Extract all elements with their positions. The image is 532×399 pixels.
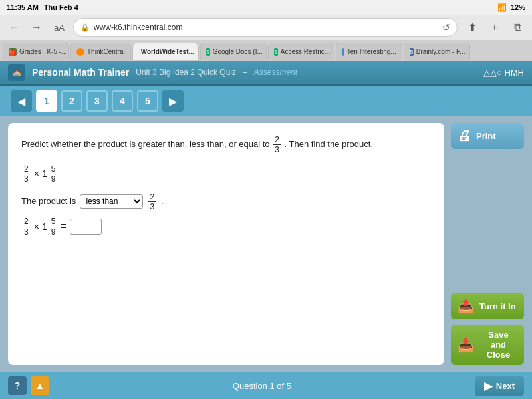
question-counter: Question 1 of 5 <box>233 381 291 391</box>
target-fraction-numerator: 2 <box>273 135 281 145</box>
question-3-button[interactable]: 3 <box>86 90 108 112</box>
multiply-operator: × <box>34 166 39 181</box>
tab-grades[interactable]: 🍎 Grades TK-5 -... <box>3 43 69 60</box>
content-area: Predict whether the product is greater t… <box>0 116 532 372</box>
alert-button[interactable]: ▲ <box>31 376 49 395</box>
tab-label-worldwidetest: WorldWideTest... <box>141 48 194 55</box>
address-bar[interactable]: 🔒 www-k6.thinkcentral.com ↺ <box>73 18 458 37</box>
expr-fraction-1: 2 3 <box>23 164 30 184</box>
answer-mixed-frac-num: 5 <box>50 217 57 227</box>
question-4-button[interactable]: 4 <box>112 90 133 112</box>
mixed-whole: 1 <box>42 166 47 181</box>
answer-mixed-frac-den: 9 <box>50 227 57 237</box>
save-close-label: Save and Close <box>479 330 517 360</box>
question-5-button[interactable]: 5 <box>137 90 158 112</box>
predict-frac-num: 2 <box>148 192 156 202</box>
question-text-before: Predict whether the product is greater t… <box>21 139 270 149</box>
answer-frac1: 2 3 <box>23 217 30 237</box>
question-panel: Predict whether the product is greater t… <box>8 123 444 365</box>
mixed-fraction: 5 9 <box>50 164 57 184</box>
answer-frac1-den: 3 <box>23 227 30 237</box>
back-button[interactable]: ← <box>5 19 23 36</box>
tab-label-thinkcentral: ThinkCentral <box>87 48 125 55</box>
address-text: www-k6.thinkcentral.com <box>94 23 438 32</box>
time-display: 11:35 AM <box>7 3 39 11</box>
next-question-nav-button[interactable]: ▶ <box>162 90 184 112</box>
wifi-icon: 📶 <box>497 3 507 12</box>
app-header: 🏫 Personal Math Trainer Unit 3 Big Idea … <box>0 61 532 86</box>
tab-thinkcentral[interactable]: ThinkCentral <box>70 43 131 60</box>
predict-label: The product is <box>21 195 76 209</box>
save-close-icon: 📥 <box>458 337 474 353</box>
toolbar-right: ⬆ + ⧉ <box>463 18 527 37</box>
target-fraction: 2 3 <box>273 135 281 155</box>
target-fraction-denominator: 3 <box>273 145 281 154</box>
predict-fraction: 2 3 <box>148 192 156 212</box>
battery-display: 12% <box>511 3 525 11</box>
tab-label-grades: Grades TK-5 -... <box>19 48 67 55</box>
predict-frac-den: 3 <box>148 202 156 211</box>
bottom-bar: ? ▲ Question 1 of 5 ▶ Next <box>0 372 532 399</box>
new-tab-button[interactable]: + <box>485 18 504 37</box>
forward-button[interactable]: → <box>28 19 45 36</box>
predict-period: . <box>161 195 164 209</box>
side-panel: 🖨 Print 📤 Turn it In 📥 Save and Close <box>451 123 524 365</box>
question-text: Predict whether the product is greater t… <box>21 135 431 155</box>
app-subtitle-separator: – <box>243 68 247 77</box>
tab-label-brainly: Brainly.com - F... <box>416 48 466 55</box>
question-1-button[interactable]: 1 <box>36 90 57 112</box>
next-label: Next <box>496 381 515 391</box>
tab-favicon-googledocs: S <box>206 48 210 56</box>
hmh-logo: △△○ HMH <box>483 68 524 78</box>
status-bar: 11:35 AM Thu Feb 4 📶 12% <box>0 0 532 15</box>
share-button[interactable]: ⬆ <box>463 18 481 37</box>
tab-googledocs[interactable]: S Google Docs (I... <box>200 43 267 60</box>
tab-favicon-teninteresting <box>342 48 344 56</box>
help-button[interactable]: ? <box>8 376 27 395</box>
tab-favicon-brainly: B <box>410 48 414 56</box>
tabs-button[interactable]: ⧉ <box>508 18 527 37</box>
print-label: Print <box>476 131 496 141</box>
reader-button[interactable]: aA <box>51 19 68 36</box>
main-content: 🏫 Personal Math Trainer Unit 3 Big Idea … <box>0 61 532 399</box>
tab-brainly[interactable]: B Brainly.com - F... <box>404 43 470 60</box>
answer-mixed-whole: 1 <box>42 219 47 234</box>
equals-sign: = <box>61 218 66 235</box>
prev-question-button[interactable]: ◀ <box>11 90 32 112</box>
tab-favicon-grades: 🍎 <box>9 48 17 56</box>
tab-teninteresting[interactable]: Ten Interesting... <box>336 43 402 60</box>
tabs-bar: 🍎 Grades TK-5 -... ThinkCentral WorldWid… <box>0 40 532 60</box>
mixed-frac-num: 5 <box>50 164 57 174</box>
tab-worldwidetest[interactable]: WorldWideTest... <box>132 43 199 60</box>
answer-frac1-num: 2 <box>23 217 30 227</box>
tab-label-access: Access Restric... <box>281 48 330 55</box>
expr-frac1-den: 3 <box>23 174 30 184</box>
question-nav: ◀ 1 2 3 4 5 ▶ <box>0 86 532 116</box>
predict-dropdown[interactable]: less than greater than equal to <box>80 194 143 209</box>
tab-label-teninteresting: Ten Interesting... <box>347 48 396 55</box>
browser-toolbar: ← → aA 🔒 www-k6.thinkcentral.com ↺ ⬆ + ⧉ <box>0 15 532 40</box>
browser-chrome: ← → aA 🔒 www-k6.thinkcentral.com ↺ ⬆ + ⧉… <box>0 15 532 61</box>
save-close-button[interactable]: 📥 Save and Close <box>451 325 524 365</box>
print-icon: 🖨 <box>458 128 471 144</box>
answer-mixed-frac: 5 9 <box>50 217 57 237</box>
next-button[interactable]: ▶ Next <box>475 376 524 396</box>
app-title: Personal Math Trainer <box>32 67 129 78</box>
reload-button[interactable]: ↺ <box>442 22 450 33</box>
print-button[interactable]: 🖨 Print <box>451 123 524 149</box>
predict-line: The product is less than greater than eq… <box>21 192 431 212</box>
question-text-after: . Then find the product. <box>285 139 373 149</box>
turn-in-icon: 📤 <box>458 298 474 314</box>
tab-favicon-access: S <box>274 48 278 56</box>
tab-access[interactable]: S Access Restric... <box>268 43 334 60</box>
answer-input[interactable] <box>70 219 102 235</box>
question-2-button[interactable]: 2 <box>61 90 82 112</box>
tab-favicon-thinkcentral <box>76 48 84 56</box>
date-display: Thu Feb 4 <box>44 3 78 11</box>
app-subtitle-type: Assessment <box>254 68 297 77</box>
answer-operator: × <box>34 219 39 234</box>
expression-line: 2 3 × 1 5 9 <box>21 164 431 184</box>
next-arrow-icon: ▶ <box>484 380 492 392</box>
tab-label-googledocs: Google Docs (I... <box>213 48 263 55</box>
turn-in-button[interactable]: 📤 Turn it In <box>451 293 524 319</box>
